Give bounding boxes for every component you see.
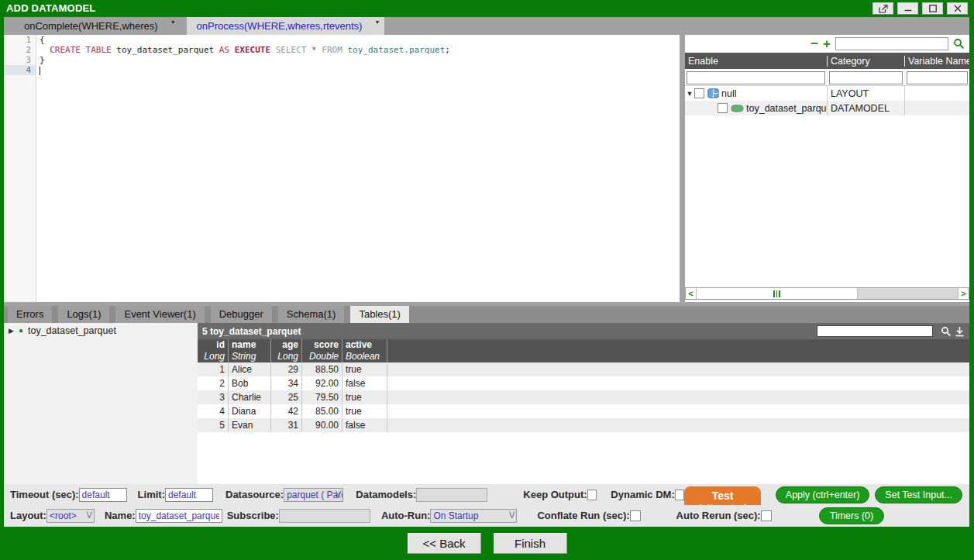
scrollbar-thumb[interactable] [697, 288, 858, 299]
tab-schema-1-[interactable]: Schema(1) [278, 306, 345, 323]
line-number: 2 [4, 45, 36, 55]
horizontal-scrollbar[interactable]: < > [685, 287, 969, 300]
minimize-button[interactable] [897, 2, 918, 15]
datasource-label: Datasource: [225, 489, 284, 500]
table-cell: 25 [271, 390, 302, 404]
filter-enable-input[interactable] [687, 71, 825, 84]
keep-output-checkbox[interactable] [587, 490, 597, 500]
scroll-left-icon[interactable]: < [686, 288, 697, 299]
set-test-input-button[interactable]: Set Test Input... [875, 486, 962, 503]
form-area: Timeout (sec): Limit: Datasource: parque… [4, 484, 969, 527]
minimize-icon [904, 5, 912, 12]
variable-row[interactable]: toy_dataset_parquetDATAMODEL [685, 101, 969, 115]
dynamic-dm-checkbox[interactable] [675, 490, 685, 500]
layout-select[interactable]: <root>⋁ [46, 509, 95, 523]
table-header-types: LongStringLongDoubleBoolean [198, 351, 969, 362]
code-text [36, 65, 40, 75]
tab-tables-1-[interactable]: Tables(1) [350, 306, 408, 323]
table-cell: 1 [198, 362, 229, 376]
column-type: Long [198, 351, 229, 362]
limit-label: Limit: [138, 489, 165, 500]
tree-item[interactable]: ▶●toy_dataset_parquet [4, 323, 198, 338]
table-row[interactable]: 5Evan3190.00false [198, 418, 969, 432]
form-row-2: Layout: <root>⋁ Name: Subscribe: Auto-Ru… [4, 505, 969, 526]
column-header: id [198, 339, 229, 351]
finish-button[interactable]: Finish [494, 533, 567, 554]
code-line: 4 [4, 65, 680, 75]
table-cell: 79.50 [302, 390, 342, 404]
tab-event-viewer-1-[interactable]: Event Viewer(1) [115, 306, 204, 323]
column-header: active [342, 339, 387, 351]
table-row[interactable]: 4Diana4285.00true [198, 404, 969, 418]
column-header-variable-name: Variable Name [904, 56, 969, 67]
chevron-down-icon[interactable]: ▼ [170, 19, 176, 25]
code-text: CREATE TABLE toy_dataset_parquet AS EXEC… [36, 45, 450, 55]
conflate-run-checkbox[interactable] [630, 510, 641, 521]
test-button[interactable]: Test (alt+enter) [684, 486, 760, 505]
auto-run-label: Auto-Run: [381, 510, 431, 521]
table-search-icon[interactable] [941, 326, 952, 337]
table-grid: 5 toy_dataset_parquet idnameagescoreacti… [198, 323, 969, 484]
editor-tab[interactable]: onProcess(WHERE,wheres,rtevents)▼ [187, 17, 385, 35]
chevron-down-icon: ⋁ [509, 510, 515, 518]
table-cell: Diana [229, 404, 271, 418]
search-icon[interactable] [953, 38, 965, 50]
chevron-down-icon: ⋁ [336, 490, 341, 497]
remove-variable-button[interactable]: − [811, 37, 818, 50]
variable-category-cell: LAYOUT [827, 86, 904, 101]
back-button[interactable]: << Back [408, 533, 481, 554]
filter-category-input[interactable] [829, 71, 903, 84]
datamodel-icon [731, 105, 744, 112]
auto-run-select[interactable]: On Startup⋁ [430, 509, 517, 523]
name-input[interactable] [136, 509, 222, 523]
column-type: Double [302, 351, 342, 362]
table-cell: 88.50 [302, 362, 342, 376]
code-editor[interactable]: 1{2 CREATE TABLE toy_dataset_parquet AS … [4, 35, 680, 302]
collapse-triangle-icon[interactable]: ▼ [685, 90, 694, 98]
datamodels-label: Datamodels: [356, 489, 416, 500]
variable-varname-cell [904, 101, 969, 115]
add-variable-button[interactable]: + [823, 37, 831, 50]
popout-button[interactable] [872, 2, 893, 15]
apply-button[interactable]: Apply (ctrl+enter) [776, 486, 870, 503]
expand-triangle-icon[interactable]: ▶ [9, 327, 14, 335]
datasource-select[interactable]: parquet ( Parque⋁ [284, 488, 343, 502]
editor-tab[interactable]: onComplete(WHERE,wheres)▼ [14, 17, 181, 35]
code-line: 1{ [4, 35, 680, 45]
table-cell: true [342, 404, 387, 418]
table-grid-title: 5 toy_dataset_parquet [202, 326, 817, 337]
download-icon[interactable] [955, 326, 965, 337]
table-grid-titlebar: 5 toy_dataset_parquet [198, 323, 969, 339]
tab-errors[interactable]: Errors [8, 306, 52, 323]
tab-debugger[interactable]: Debugger [211, 306, 272, 323]
scroll-right-icon[interactable]: > [958, 288, 969, 299]
maximize-button[interactable] [922, 2, 943, 15]
variable-row[interactable]: ▼nullLAYOUT [685, 86, 969, 101]
dynamic-dm-label: Dynamic DM: [611, 489, 674, 500]
table-cell: true [342, 390, 387, 404]
column-type: Boolean [342, 351, 387, 362]
table-search-input[interactable] [817, 325, 933, 337]
chevron-down-icon[interactable]: ▼ [374, 19, 380, 25]
limit-input[interactable] [165, 488, 213, 502]
table-row[interactable]: 2Bob3492.00false [198, 376, 969, 390]
bottom-tabbar: ErrorsLogs(1)Event Viewer(1)DebuggerSche… [4, 306, 969, 323]
timeout-input[interactable] [79, 488, 127, 502]
footer: << Back Finish [0, 527, 974, 560]
table-row[interactable]: 1Alice2988.50true [198, 362, 969, 376]
maximize-icon [929, 5, 937, 12]
variables-header-row: Enable Category Variable Name [685, 53, 969, 69]
tab-logs-1-[interactable]: Logs(1) [58, 306, 109, 323]
scrollbar-track[interactable] [858, 288, 958, 299]
auto-rerun-checkbox[interactable] [761, 510, 772, 521]
variables-search-input[interactable] [835, 37, 948, 50]
table-row[interactable]: 3Charlie2579.50true [198, 390, 969, 404]
timers-button[interactable]: Timers (0) [819, 507, 884, 524]
enable-checkbox[interactable] [694, 88, 704, 98]
popout-icon [879, 5, 888, 13]
filter-variable-name-input[interactable] [907, 71, 968, 84]
enable-checkbox[interactable] [718, 103, 728, 113]
editor-tabbar: onComplete(WHERE,wheres)▼onProcess(WHERE… [4, 17, 969, 35]
close-button[interactable] [947, 2, 968, 15]
column-header-enable: Enable [685, 56, 827, 67]
